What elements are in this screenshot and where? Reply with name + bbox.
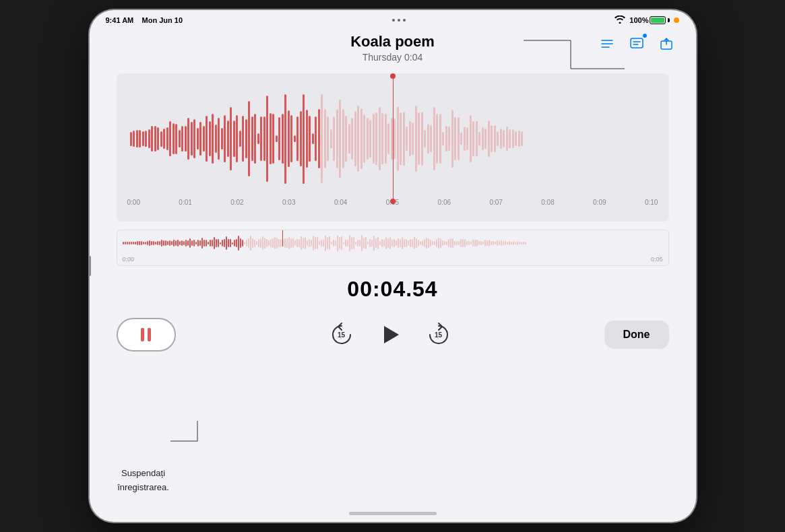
mini-waveform-bar [276, 238, 278, 248]
mini-waveform-bar [242, 240, 243, 247]
mini-waveform-bar [165, 240, 166, 246]
mini-waveform-bar [179, 241, 181, 246]
waveform-bar [448, 127, 450, 152]
time-label: 0:06 [438, 199, 451, 206]
skip-forward-button[interactable]: 15 [424, 320, 453, 350]
waveform-bar [230, 107, 232, 170]
mini-waveform-bar [343, 242, 344, 244]
battery-indicator: 100% [629, 16, 670, 24]
waveform-container[interactable]: 0:000:010:020:030:040:050:060:070:080:09… [117, 73, 669, 222]
mini-waveform-bar [274, 237, 276, 248]
mini-waveform-bar [193, 240, 195, 246]
waveform-bar [260, 117, 262, 161]
mini-waveform-bar [280, 239, 282, 246]
waveform-bar [470, 115, 472, 163]
waveform-bar [360, 108, 363, 170]
mini-playhead [282, 230, 284, 246]
date-display: Mon Jun 10 [142, 16, 183, 24]
waveform-bar [151, 126, 153, 152]
mini-waveform-bar [353, 237, 354, 250]
skip-back-button[interactable]: 15 [327, 320, 356, 350]
waveform-bar [288, 110, 290, 167]
waveform-bar [139, 130, 141, 147]
mini-waveform-bar [503, 241, 504, 244]
waveform-bar [169, 121, 171, 156]
done-button[interactable]: Done [604, 321, 669, 349]
mini-waveform-bar [321, 240, 322, 246]
mini-waveform-bar [418, 240, 419, 247]
waveform-bar [276, 135, 278, 142]
waveform-bar [290, 115, 292, 163]
mini-waveform-bar [361, 235, 363, 251]
mini-waveform-bar [406, 239, 407, 247]
waveform-bar [348, 124, 350, 154]
mini-waveform-bar [329, 236, 330, 250]
waveform-bar [406, 127, 408, 150]
waveform-bar [312, 133, 314, 144]
waveform-bar [284, 94, 286, 184]
mini-waveform-bar [317, 237, 318, 250]
mini-waveform-bar [201, 238, 203, 248]
mini-waveform-bar [422, 240, 423, 246]
mini-waveform-bar [232, 242, 233, 244]
waveform-bar [282, 114, 284, 164]
waveform-bar [497, 131, 499, 146]
mini-waveform-bar [137, 241, 138, 245]
waveform-bar [133, 131, 135, 146]
callout-line-suspend [170, 421, 224, 461]
waveform-bar [136, 130, 138, 147]
mini-waveform-bar [127, 242, 128, 244]
mini-waveform-bar [264, 238, 265, 248]
waveform-bar [193, 119, 195, 158]
pause-bar-1 [141, 328, 144, 341]
mini-waveform-bar [167, 241, 168, 244]
mini-waveform-bar [319, 241, 320, 244]
mini-waveform-bar [323, 240, 324, 246]
mini-waveform-bar [426, 238, 427, 249]
mini-waveform-bar [391, 240, 393, 246]
mini-waveform-container[interactable]: 0:00 0:05 [117, 230, 669, 266]
mini-waveform-bar [511, 242, 512, 245]
mini-waveform-bar [309, 239, 310, 246]
waveform-bar [303, 94, 305, 184]
waveform-bar [209, 121, 211, 156]
mini-waveform-bar [175, 240, 177, 246]
waveform-bar [251, 117, 253, 162]
waveform-bar [203, 126, 205, 151]
mini-waveform-bar [294, 240, 296, 246]
battery-pct: 100% [629, 16, 648, 24]
mini-waveform-bar [501, 240, 502, 245]
waveform-bar [130, 132, 132, 146]
mini-waveform-bar [369, 239, 371, 247]
mini-waveform-bar [141, 241, 142, 245]
mini-waveform-bar [462, 239, 464, 247]
waveform-bar [309, 116, 311, 161]
mini-waveform-bar [183, 241, 185, 244]
mini-waveform-bar [307, 240, 308, 245]
mini-waveform-bar [290, 238, 292, 248]
pause-button[interactable] [117, 318, 176, 352]
waveform-bar [427, 124, 429, 154]
waveform-bar [458, 117, 460, 160]
mini-waveform-bar [284, 238, 286, 248]
dot1 [392, 19, 395, 22]
mini-waveform-bar [313, 236, 314, 251]
waveform-bar [436, 114, 438, 163]
mini-waveform-bar [262, 236, 263, 250]
mini-waveform-bar [420, 241, 421, 245]
waveform-bar [500, 129, 502, 149]
mini-waveform-bar [129, 242, 130, 244]
waveform-bar [221, 128, 223, 149]
recording-subtitle: Thursday 0:04 [117, 52, 669, 63]
ipad-frame: 9:41 AM Mon Jun 10 100% [90, 10, 696, 522]
mini-waveform-bar [387, 238, 389, 248]
mini-waveform-bar [428, 238, 429, 248]
waveform-bar [488, 121, 490, 156]
mini-waveform-bar [153, 241, 154, 246]
mini-waveform-bar [238, 236, 239, 250]
waveform-bar [270, 113, 272, 165]
play-button[interactable] [375, 320, 405, 350]
waveform-bar [385, 114, 387, 164]
home-indicator [349, 512, 437, 515]
waveform-bar [324, 109, 326, 168]
